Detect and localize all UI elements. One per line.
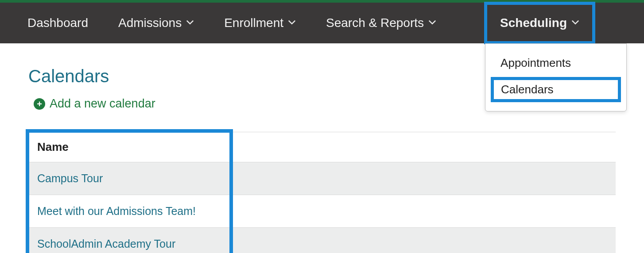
table-row: Meet with our Admissions Team!: [28, 195, 616, 228]
chevron-down-icon: [288, 20, 296, 26]
chevron-down-icon: [571, 20, 579, 26]
chevron-down-icon: [428, 20, 436, 26]
plus-circle-icon: +: [34, 98, 45, 110]
nav-dashboard-label: Dashboard: [27, 16, 88, 30]
nav-dashboard[interactable]: Dashboard: [12, 3, 103, 43]
calendar-table-wrap: Name Campus Tour Meet with our Admission…: [28, 132, 616, 253]
nav-search-reports[interactable]: Search & Reports: [311, 3, 451, 43]
scheduling-dropdown: Appointments Calendars: [485, 43, 627, 111]
dropdown-calendars[interactable]: Calendars: [491, 77, 621, 102]
calendar-link[interactable]: SchoolAdmin Academy Tour: [37, 238, 175, 250]
add-new-calendar-label: Add a new calendar: [50, 97, 155, 111]
nav-search-reports-label: Search & Reports: [326, 16, 424, 30]
nav-scheduling[interactable]: Scheduling: [485, 3, 594, 43]
dropdown-appointments[interactable]: Appointments: [491, 51, 621, 75]
dropdown-appointments-label: Appointments: [500, 56, 571, 69]
nav-admissions-label: Admissions: [118, 16, 182, 30]
nav-enrollment-label: Enrollment: [224, 16, 283, 30]
nav-admissions[interactable]: Admissions: [103, 3, 209, 43]
nav-scheduling-label: Scheduling: [500, 16, 567, 30]
table-header-name[interactable]: Name: [28, 132, 616, 162]
nav-enrollment[interactable]: Enrollment: [209, 3, 311, 43]
calendar-link[interactable]: Campus Tour: [37, 172, 103, 184]
calendar-table: Name Campus Tour Meet with our Admission…: [28, 132, 616, 253]
table-row: SchoolAdmin Academy Tour: [28, 228, 616, 253]
chevron-down-icon: [186, 20, 194, 26]
top-nav: Dashboard Admissions Enrollment Search &…: [0, 3, 644, 43]
calendar-link[interactable]: Meet with our Admissions Team!: [37, 205, 196, 217]
nav-scheduling-wrap: Scheduling Appointments Calendars: [485, 3, 594, 43]
add-new-calendar-link[interactable]: + Add a new calendar: [34, 97, 155, 111]
table-row: Campus Tour: [28, 162, 616, 195]
dropdown-calendars-label: Calendars: [501, 83, 554, 96]
